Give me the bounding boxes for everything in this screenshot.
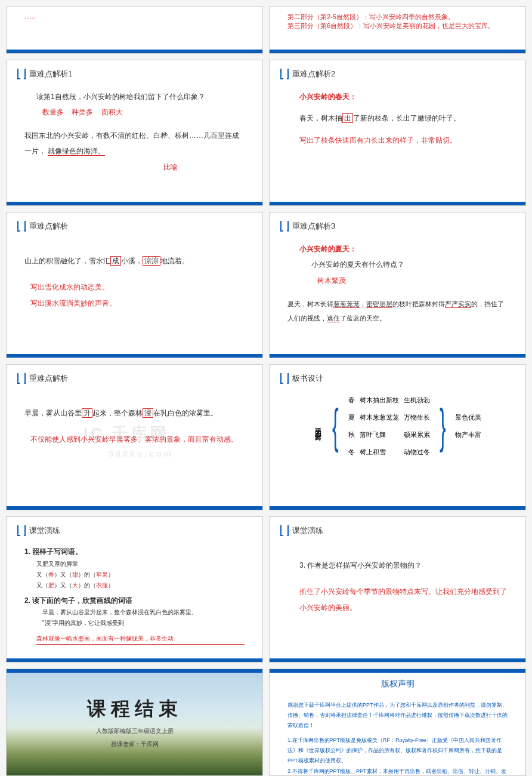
question: 小兴安岭的夏天有什么特点？: [311, 257, 508, 272]
slide-title: 板书设计: [292, 373, 323, 384]
bookmark-icon: [280, 525, 289, 536]
slide-header: 重难点解析2: [270, 60, 525, 84]
slide-bottom-bar: [7, 354, 262, 358]
summary-col: 景色优美 物产丰富: [455, 413, 481, 439]
end-title: 课程结束: [87, 696, 183, 722]
copyright-title: 版权声明: [270, 679, 525, 689]
subhead: 小兴安岭的春天：: [299, 89, 508, 104]
slide-bottom-bar: [270, 50, 525, 53]
slide-analysis-3: 重难点解析3 小兴安岭的夏天： 小兴安岭的夏天有什么特点？ 树木繁茂 夏天，树木…: [269, 212, 526, 358]
slide-bottom-bar: [270, 354, 525, 358]
slide-title: 重难点解析3: [292, 221, 335, 232]
prompt: "浸"字用的真妙，它让我感受到: [42, 618, 245, 629]
note1: 写出雪化成水的动态美。: [30, 279, 245, 295]
part-line2: 第三部分（第6自然段）：写小兴安岭是美丽的花园，也是巨大的宝库。: [287, 21, 508, 30]
vert-title: 美丽的小兴安岭: [314, 422, 323, 430]
ex-h2: 2. 读下面的句子，欣赏画线的词语: [24, 595, 245, 608]
slide-bottom-bar: [270, 658, 525, 662]
slide-title: 重难点解析1: [29, 69, 72, 79]
end-sub2: 授课老师：千库网: [111, 740, 159, 749]
slide-bottom-bar: [7, 202, 262, 205]
slide-body: 小兴安岭的春天： 春天，树木抽出了新的枝条，长出了嫩绿的叶子。 写出了枝条快速而…: [270, 84, 525, 153]
slide-title: 课堂演练: [292, 525, 323, 536]
slide-title: 重难点解析2: [292, 69, 335, 79]
bookmark-icon: [280, 373, 289, 384]
para: 夏天，树木长得葱葱茏茏，密密层层的枝叶把森林封得严严实实的，挡住了人们的视线，遮…: [287, 297, 508, 325]
slide-bottom-bar: [7, 50, 262, 53]
slide-body: 1. 照样子写词语。 又肥又厚的脚掌 又（香）又（甜）的（苹果） 又（肥）又（大…: [7, 541, 262, 649]
slide-body: 山上的积雪融化了，雪水汇成小溪，淙淙地流着。 写出雪化成水的动态美。 写出溪水流…: [7, 236, 262, 316]
para: 早晨，雾从山谷里升起来，整个森林浸在乳白色的浓雾里。: [24, 405, 245, 421]
answer: 抓住了小兴安岭每个季节的景物特点来写。让我们充分地感受到了小兴安岭的美丽。: [299, 584, 508, 615]
slide-analysis-fog: IC 千库网 588ku.com 重难点解析 早晨，雾从山谷里升起来，整个森林浸…: [6, 364, 263, 510]
answer: 树木繁茂: [317, 273, 508, 288]
para: 山上的积雪融化了，雪水汇成小溪，淙淙地流着。: [24, 253, 245, 269]
note2: 写出溪水流淌美妙的声音。: [30, 295, 245, 311]
bookmark-icon: [17, 373, 26, 384]
slide-exercise-1: 课堂演练 1. 照样子写词语。 又肥又厚的脚掌 又（香）又（甜）的（苹果） 又（…: [6, 516, 263, 663]
bookmark-icon: [280, 69, 289, 79]
board-diagram: 美丽的小兴安岭 { 春 夏 秋 冬 树木抽出新枝 树木葱葱茏茏 落叶飞舞 树上积…: [270, 389, 525, 457]
para: 春天，树木抽出了新的枝条，长出了嫩绿的叶子。: [299, 110, 508, 126]
slide-header: 重难点解析3: [270, 213, 525, 236]
para: 我国东北的小兴安岭，有数不清的红松、白桦、栎树……几百里连成一片， 就像绿色的海…: [24, 128, 245, 159]
slide-analysis-1: 重难点解析1 读第1自然段，小兴安岭的树给我们留下了什么印象？ 数量多 种类多 …: [6, 60, 263, 206]
slide-partial-left: ......: [6, 6, 263, 54]
ex-h1: 1. 照样子写词语。: [24, 546, 245, 559]
cr-p1: 感谢您下载千库网平台上提供的PPT作品，为了您和千库网以及原创作者的利益，请勿复…: [287, 700, 508, 731]
slide-header: 课堂演练: [270, 517, 525, 541]
slide-header: 课堂演练: [7, 517, 262, 541]
bookmark-icon: [17, 69, 26, 79]
brace-right-icon: }: [440, 412, 446, 441]
slide-analysis-2: 重难点解析2 小兴安岭的春天： 春天，树木抽出了新的枝条，长出了嫩绿的叶子。 写…: [269, 60, 526, 206]
note: 写出了枝条快速而有力长出来的样子，非常贴切。: [299, 133, 508, 148]
seasons-col: 春 夏 秋 冬: [348, 396, 355, 457]
line1: 又（香）又（甜）的（苹果）: [36, 569, 245, 580]
slide-body: 小兴安岭的夏天： 小兴安岭的夏天有什么特点？ 树木繁茂 夏天，树木长得葱葱茏茏，…: [270, 236, 525, 331]
part-line1: 第二部分（第2-5自然段）：写小兴安岭四季的自然景象。: [287, 13, 508, 21]
slide-header: 重难点解析1: [7, 60, 262, 84]
example: 又肥又厚的脚掌: [36, 559, 245, 569]
bookmark-icon: [17, 221, 26, 232]
desc-col: 树木抽出新枝 树木葱葱茏茏 落叶飞舞 树上积雪: [360, 396, 399, 457]
note: 不仅能使人感到小兴安岭早晨雾多、雾浓的景象，而且富有动感。: [30, 432, 245, 447]
slide-body: 感谢您下载千库网平台上提供的PPT作品，为了您和千库网以及原创作者的利益，请勿复…: [270, 695, 525, 776]
slide-board-design: 板书设计 美丽的小兴安岭 { 春 夏 秋 冬 树木抽出新枝 树木葱葱茏茏 落叶飞…: [269, 364, 526, 510]
slide-body: 早晨，雾从山谷里升起来，整个森林浸在乳白色的浓雾里。 不仅能使人感到小兴安岭早晨…: [7, 389, 262, 452]
slide-body: 3. 作者是怎样描写小兴安岭的景物的？ 抓住了小兴安岭每个季节的景物特点来写。让…: [270, 541, 525, 620]
slide-title: 重难点解析: [29, 373, 68, 384]
slide-bottom-bar: [7, 506, 262, 510]
cr-p3: 2.不得将千库网的PPT模板、PPT素材，本身用于再出售，或者出租、出借、转让、…: [287, 766, 508, 776]
slide-top-bar: [7, 669, 262, 673]
slide-header: 重难点解析: [7, 213, 262, 236]
slide-bottom-bar: [7, 658, 262, 662]
brace-left-icon: {: [332, 412, 339, 441]
slide-title: 重难点解析: [29, 221, 68, 232]
slide-body: 读第1自然段，小兴安岭的树给我们留下了什么印象？ 数量多 种类多 面积大 我国东…: [7, 84, 262, 180]
answers: 数量多 种类多 面积大: [42, 104, 245, 120]
answer-line: 森林就像一幅水墨画，画面有一种朦胧美，非常生动: [36, 633, 245, 645]
partial-text: ......: [7, 7, 262, 26]
slide-header: 重难点解析: [7, 365, 262, 389]
slide-copyright: 版权声明 感谢您下载千库网平台上提供的PPT作品，为了您和千库网以及原创作者的利…: [269, 669, 526, 776]
sentence: 早晨，雾从山谷里升起来，整个森林浸在乳白色的浓雾里。: [42, 607, 245, 618]
question: 读第1自然段，小兴安岭的树给我们留下了什么印象？: [36, 89, 245, 104]
end-sub1: 人教版部编版三年级语文上册: [96, 727, 174, 735]
bookmark-icon: [280, 221, 289, 232]
slide-header: 板书设计: [270, 365, 525, 389]
slide-course-end: 课程结束 人教版部编版三年级语文上册 授课老师：千库网: [6, 669, 263, 776]
bookmark-icon: [17, 525, 26, 536]
question: 3. 作者是怎样描写小兴安岭的景物的？: [299, 558, 508, 573]
note: 比喻: [96, 159, 245, 175]
slide-bottom-bar: [270, 506, 525, 510]
partial-content: 第二部分（第2-5自然段）：写小兴安岭四季的自然景象。 第三部分（第6自然段）：…: [270, 7, 525, 36]
slide-exercise-2: 课堂演练 3. 作者是怎样描写小兴安岭的景物的？ 抓住了小兴安岭每个季节的景物特…: [269, 516, 526, 663]
slide-bottom-bar: [270, 202, 525, 205]
slide-title: 课堂演练: [29, 525, 60, 536]
cr-p2: 1.在千库网出售的PPT模板是免版税类（RF：Royalty-Free）正版受《…: [287, 735, 508, 766]
slide-top-bar: [270, 669, 525, 673]
feature-col: 生机勃勃 万物生长 硕果累累 动物过冬: [404, 396, 430, 457]
subhead: 小兴安岭的夏天：: [299, 241, 508, 257]
slide-analysis-snow: 重难点解析 山上的积雪融化了，雪水汇成小溪，淙淙地流着。 写出雪化成水的动态美。…: [6, 212, 263, 358]
line2: 又（肥）又（大）的（衣服）: [36, 580, 245, 591]
